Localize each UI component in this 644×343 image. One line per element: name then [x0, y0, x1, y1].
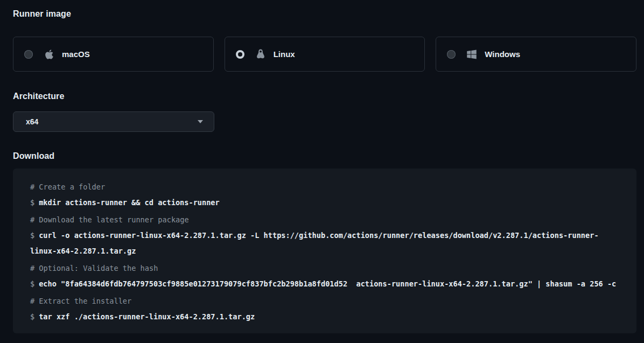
shell-command: echo "8fa64384d6fdb764797503cf9885e01273…	[39, 279, 616, 288]
runner-option-windows[interactable]: Windows	[436, 37, 636, 72]
code-comment: # Create a folder	[30, 179, 619, 195]
code-command-line: $mkdir actions-runner && cd actions-runn…	[30, 195, 619, 211]
code-entry: # Optional: Validate the hash $echo "8fa…	[30, 261, 619, 292]
runner-image-heading: Runner image	[13, 9, 636, 19]
architecture-selected-value: x64	[26, 117, 38, 126]
shell-prompt: $	[30, 279, 34, 288]
runner-option-label: macOS	[62, 50, 90, 59]
runner-option-macos[interactable]: macOS	[13, 37, 214, 72]
code-command-line: $echo "8fa64384d6fdb764797503cf9885e0127…	[30, 276, 619, 292]
macos-radio-button[interactable]	[24, 50, 33, 59]
runner-image-options: macOS Linux Windows	[13, 37, 636, 72]
shell-command: tar xzf ./actions-runner-linux-x64-2.287…	[39, 312, 255, 321]
code-comment: # Extract the installer	[30, 293, 619, 309]
architecture-select[interactable]: x64	[13, 111, 214, 132]
code-entry: # Download the latest runner package $cu…	[30, 212, 619, 259]
shell-prompt: $	[30, 312, 34, 321]
code-entry: # Create a folder $mkdir actions-runner …	[30, 179, 619, 211]
shell-command: mkdir actions-runner && cd actions-runne…	[39, 198, 220, 207]
code-entry: # Extract the installer $tar xzf ./actio…	[30, 293, 619, 325]
apple-icon	[43, 49, 55, 60]
download-code-block: # Create a folder $mkdir actions-runner …	[13, 169, 636, 333]
shell-prompt: $	[30, 198, 34, 207]
architecture-heading: Architecture	[13, 91, 636, 102]
runner-option-label: Linux	[274, 50, 295, 59]
runner-option-label: Windows	[485, 50, 520, 59]
windows-radio-button[interactable]	[447, 50, 456, 59]
code-command-line: $curl -o actions-runner-linux-x64-2.287.…	[30, 228, 619, 259]
linux-icon	[254, 48, 267, 60]
code-comment: # Download the latest runner package	[30, 212, 619, 228]
download-heading: Download	[13, 151, 636, 162]
linux-radio-button[interactable]	[236, 50, 244, 59]
runner-setup-page: Runner image macOS Linux	[0, 0, 644, 333]
windows-icon	[465, 49, 478, 60]
shell-command: curl -o actions-runner-linux-x64-2.287.1…	[30, 231, 599, 255]
code-comment: # Optional: Validate the hash	[30, 261, 619, 276]
chevron-down-icon	[198, 120, 203, 123]
code-command-line: $tar xzf ./actions-runner-linux-x64-2.28…	[30, 309, 619, 325]
shell-prompt: $	[30, 231, 34, 240]
runner-option-linux[interactable]: Linux	[225, 37, 425, 72]
